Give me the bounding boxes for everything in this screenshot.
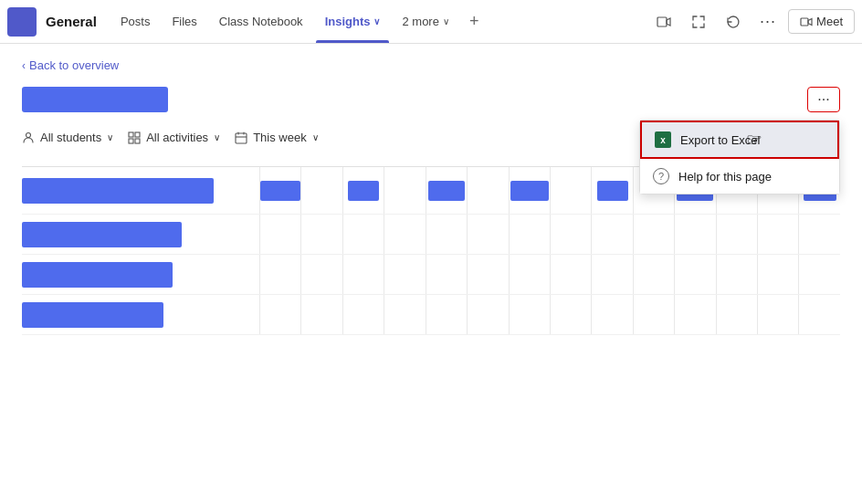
grid-col-3-4 [426,295,467,334]
this-week-filter[interactable]: This week ∨ [235,127,319,148]
help-for-this-page-item[interactable]: ? Help for this page [640,159,839,194]
app-icon [7,7,37,37]
tab-posts[interactable]: Posts [111,0,160,43]
grid-col-1-4 [426,215,467,254]
tab-files[interactable]: Files [163,0,205,43]
activities-icon [128,131,141,144]
chart-row-3 [22,295,840,335]
grid-col-1-3 [384,215,425,254]
all-students-filter[interactable]: All students ∨ [22,127,113,148]
grid-col-1-5 [467,215,508,254]
tab-more[interactable]: 2 more ∨ [393,0,457,43]
students-chevron-icon: ∨ [107,132,113,142]
video-call-icon[interactable] [649,7,678,37]
bar-3 [22,302,163,328]
grid-col-1-0 [259,215,300,254]
grid-col-3-5 [467,295,508,334]
grid-col-0 [259,167,300,214]
bar-2 [22,262,173,288]
all-activities-filter[interactable]: All activities ∨ [128,127,220,148]
grid-cols-2 [259,255,840,294]
grid-col-1-8 [591,215,632,254]
grid-col-1-10 [674,215,715,254]
grid-col-2-9 [633,255,674,294]
grid-col-2-6 [509,255,550,294]
grid-col-3-3 [384,295,425,334]
grid-col-2-10 [674,255,715,294]
main-content: ‹ Back to overview ··· x Export to Excel… [0,44,862,350]
grid-col-3-11 [716,295,757,334]
tab-class-notebook[interactable]: Class Notebook [210,0,312,43]
tab-insights[interactable]: Insights ∨ [316,0,390,43]
grid-cols-3 [259,295,840,334]
help-icon: ? [653,168,669,184]
dropdown-menu: x Export to Excel ? Help for this page [639,120,840,194]
grid-col-5 [467,167,508,214]
grid-col-1 [300,167,342,214]
grid-col-2-13 [798,255,839,294]
bar-cell-2 [22,257,259,293]
svg-rect-0 [657,17,667,26]
grid-col-3-2 [342,295,384,334]
meet-button[interactable]: Meet [788,9,855,34]
nav-tabs: Posts Files Class Notebook Insights ∨ 2 … [111,0,649,43]
svg-rect-6 [135,139,140,143]
svg-point-2 [26,132,31,137]
grid-cols-1 [259,215,840,254]
excel-icon: x [655,131,671,148]
grid-col-3-6 [509,295,550,334]
channel-name: General [46,14,97,29]
expand-icon[interactable] [684,7,713,37]
grid-col-1-2 [342,215,384,254]
svg-rect-7 [236,133,247,143]
grid-col-2-7 [550,255,591,294]
svg-rect-5 [129,139,133,143]
export-to-excel-item[interactable]: x Export to Excel [640,121,839,159]
grid-col-6 [509,167,550,214]
grid-col-3-7 [550,295,591,334]
grid-col-1-11 [716,215,757,254]
grid-col-3-0 [259,295,300,334]
grid-col-2-4 [426,255,467,294]
grid-col-2-2 [342,255,384,294]
more-options-dots: ··· [817,91,829,108]
bar-cell-0 [22,173,259,209]
grid-col-2-11 [716,255,757,294]
grid-col-2-12 [757,255,798,294]
grid-col-4 [426,167,467,214]
grid-col-3-10 [674,295,715,334]
grid-col-1-7 [550,215,591,254]
insights-chevron-icon: ∨ [373,16,380,26]
add-tab-button[interactable]: + [462,12,487,31]
grid-col-3-13 [798,295,839,334]
page-title-placeholder [22,87,168,112]
bar-cell-1 [22,216,259,253]
grid-col-3-9 [633,295,674,334]
activities-chevron-icon: ∨ [214,132,220,142]
grid-col-1-13 [798,215,839,254]
more-options-button[interactable]: ··· [807,87,840,112]
grid-col-1-1 [300,215,342,254]
grid-col-2-3 [384,255,425,294]
svg-rect-4 [135,132,140,137]
bar-0 [22,178,214,204]
ellipsis-icon[interactable]: ··· [753,7,783,37]
students-icon [22,131,35,144]
grid-col-1-12 [757,215,798,254]
back-link[interactable]: ‹ Back to overview [22,58,840,72]
grid-col-2 [342,167,384,214]
page-title-bar: ··· x Export to Excel ? Help for this pa… [22,87,840,112]
grid-col-3 [384,167,425,214]
grid-col-2-8 [591,255,632,294]
refresh-icon[interactable] [719,7,748,37]
week-chevron-icon: ∨ [312,132,319,142]
top-bar-actions: ··· Meet [649,7,855,37]
grid-col-2-0 [259,255,300,294]
grid-col-3-8 [591,295,632,334]
bar-cell-3 [22,297,259,333]
bar-1 [22,222,182,247]
grid-col-1-9 [633,215,674,254]
grid-col-1-6 [509,215,550,254]
back-chevron-icon: ‹ [22,59,26,72]
top-bar: General Posts Files Class Notebook Insig… [0,0,862,44]
